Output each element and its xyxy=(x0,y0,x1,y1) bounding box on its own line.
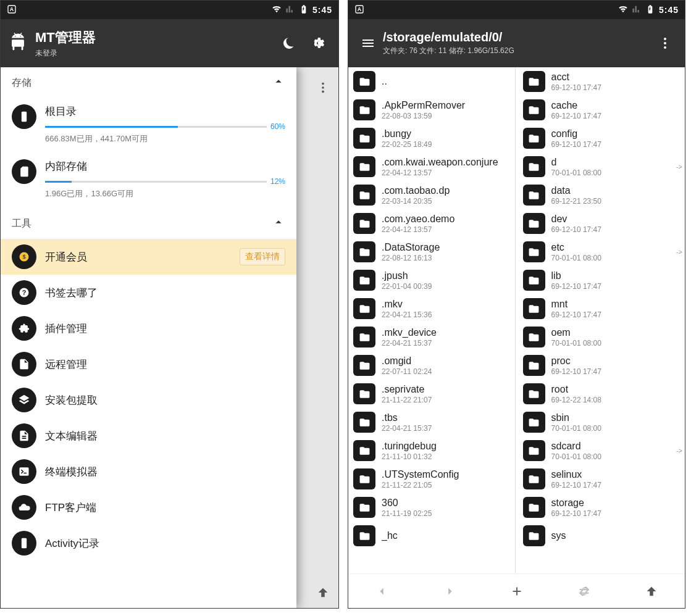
file-row[interactable]: .com.kwai.weapon.conjure22-04-12 13:57 xyxy=(348,152,513,181)
folder-icon xyxy=(353,156,375,177)
file-date: 69-12-10 17:47 xyxy=(551,282,601,291)
folder-icon xyxy=(353,440,375,461)
file-name: acct xyxy=(551,72,601,83)
theme-toggle-button[interactable] xyxy=(274,28,304,58)
file-name: .ApkPermRemover xyxy=(382,100,465,111)
file-name: selinux xyxy=(551,469,601,480)
scroll-top-button[interactable] xyxy=(316,586,330,602)
section-storage[interactable]: 存储 xyxy=(1,67,296,98)
tool-item[interactable]: Activity记录 xyxy=(1,525,296,561)
section-tools[interactable]: 工具 xyxy=(1,208,296,239)
file-row[interactable]: config69-12-10 17:47 xyxy=(518,124,685,152)
file-row[interactable]: acct69-12-10 17:47 xyxy=(518,67,685,96)
tool-item[interactable]: 开通会员查看详情 xyxy=(1,239,296,275)
file-name: proc xyxy=(551,356,601,367)
file-row[interactable]: lib69-12-10 17:47 xyxy=(518,266,685,294)
file-name: d xyxy=(551,157,601,168)
folder-icon xyxy=(353,128,375,149)
nav-back-button[interactable] xyxy=(367,576,397,606)
overflow-menu-button[interactable] xyxy=(316,81,330,97)
tool-item[interactable]: FTP客户端 xyxy=(1,489,296,525)
phone-icon xyxy=(12,104,36,129)
settings-button[interactable] xyxy=(304,28,333,58)
tool-item[interactable]: 远程管理 xyxy=(1,346,296,382)
tool-item[interactable]: 文本编辑器 xyxy=(1,418,296,454)
file-date: 69-12-10 17:47 xyxy=(551,225,601,234)
file-name: etc xyxy=(551,242,601,253)
file-row[interactable]: .com.yaeo.demo22-04-12 13:57 xyxy=(348,209,513,238)
swap-panes-button[interactable] xyxy=(569,576,599,606)
file-column-right: acct69-12-10 17:47cache69-12-10 17:47con… xyxy=(518,67,685,573)
storage-root[interactable]: 根目录 60% 666.83M已用，441.70M可用 xyxy=(1,98,296,153)
folder-icon xyxy=(523,355,545,376)
go-up-button[interactable] xyxy=(637,576,666,606)
file-name: 360 xyxy=(382,497,432,509)
storage-internal[interactable]: 内部存储 12% 1.96G已用，13.66G可用 xyxy=(1,153,296,208)
folder-icon xyxy=(353,412,375,433)
file-row[interactable]: 36021-11-19 02:25 xyxy=(348,493,513,522)
status-bar: 5:45 xyxy=(348,1,685,19)
overflow-menu-button[interactable] xyxy=(650,28,680,58)
storage-percent: 60% xyxy=(270,122,285,131)
file-row[interactable]: .jpush22-01-04 00:39 xyxy=(348,266,513,294)
tool-item[interactable]: 终端模拟器 xyxy=(1,454,296,489)
screenshot-right: 5:45 /storage/emulated/0/ 文件夹: 76 文件: 11… xyxy=(348,0,685,609)
toolbar: /storage/emulated/0/ 文件夹: 76 文件: 11 储存: … xyxy=(348,19,685,67)
file-row[interactable]: sdcard70-01-01 08:00-> xyxy=(518,436,685,465)
file-row[interactable]: mnt69-12-10 17:47 xyxy=(518,294,685,323)
tool-label: 远程管理 xyxy=(45,357,87,372)
file-name: .turingdebug xyxy=(382,441,437,452)
app-icon[interactable] xyxy=(6,31,30,56)
file-row[interactable]: .omgid22-07-11 02:24 xyxy=(348,351,513,380)
file-row[interactable]: selinux69-12-10 17:47 xyxy=(518,465,685,493)
file-date: 22-02-25 18:49 xyxy=(382,140,432,149)
file-date: 22-07-11 02:24 xyxy=(382,367,432,376)
file-row[interactable]: .turingdebug21-11-10 01:32 xyxy=(348,436,513,465)
file-row[interactable]: d70-01-01 08:00-> xyxy=(518,152,685,181)
file-row[interactable]: dev69-12-10 17:47 xyxy=(518,209,685,238)
folder-icon xyxy=(523,497,545,518)
file-row[interactable]: .seprivate21-11-22 21:07 xyxy=(348,380,513,408)
file-date: 22-04-21 15:36 xyxy=(382,310,432,319)
file-row[interactable]: .tbs22-04-21 15:37 xyxy=(348,408,513,436)
folder-icon xyxy=(353,298,375,319)
file-row[interactable]: proc69-12-10 17:47 xyxy=(518,351,685,380)
file-row[interactable]: .mkv_device22-04-21 15:37 xyxy=(348,323,513,351)
file-column-left: ...ApkPermRemover22-08-03 13:59.bungy22-… xyxy=(348,67,516,573)
file-row[interactable]: cache69-12-10 17:47 xyxy=(518,96,685,124)
drawer-scrim[interactable] xyxy=(296,67,338,608)
tool-action-button[interactable]: 查看详情 xyxy=(240,248,285,265)
tool-item[interactable]: 安装包提取 xyxy=(1,382,296,418)
folder-icon xyxy=(353,383,375,404)
folder-icon xyxy=(353,213,375,234)
file-row[interactable]: oem70-01-01 08:00 xyxy=(518,323,685,351)
tool-item[interactable]: 插件管理 xyxy=(1,310,296,346)
menu-button[interactable] xyxy=(353,28,383,58)
file-row[interactable]: sys xyxy=(518,522,685,550)
file-row[interactable]: .UTSystemConfig21-11-22 21:05 xyxy=(348,465,513,493)
file-row[interactable]: .. xyxy=(348,67,513,96)
file-date: 22-04-21 15:37 xyxy=(382,424,432,433)
file-row[interactable]: _hc xyxy=(348,522,513,550)
add-button[interactable] xyxy=(502,576,532,606)
file-row[interactable]: .bungy22-02-25 18:49 xyxy=(348,124,513,152)
file-row[interactable]: .DataStorage22-08-12 16:13 xyxy=(348,238,513,266)
file-row[interactable]: .com.taobao.dp22-03-14 20:35 xyxy=(348,181,513,209)
tool-label: 开通会员 xyxy=(45,250,87,264)
file-row[interactable]: storage69-12-10 17:47 xyxy=(518,493,685,522)
path-title[interactable]: /storage/emulated/0/ xyxy=(383,30,514,44)
file-row[interactable]: .ApkPermRemover22-08-03 13:59 xyxy=(348,96,513,124)
file-row[interactable]: etc70-01-01 08:00-> xyxy=(518,238,685,266)
file-row[interactable]: .mkv22-04-21 15:36 xyxy=(348,294,513,323)
tool-item[interactable]: 书签去哪了 xyxy=(1,275,296,310)
sd-icon xyxy=(12,159,36,184)
folder-icon xyxy=(523,185,545,206)
folder-icon xyxy=(353,327,375,348)
file-row[interactable]: root69-12-22 14:08 xyxy=(518,380,685,408)
file-row[interactable]: sbin70-01-01 08:00 xyxy=(518,408,685,436)
file-row[interactable]: data69-12-21 23:50 xyxy=(518,181,685,209)
file-name: mnt xyxy=(551,299,601,310)
folder-icon xyxy=(353,241,375,262)
tool-label: FTP客户端 xyxy=(45,501,96,515)
nav-forward-button[interactable] xyxy=(435,576,464,606)
